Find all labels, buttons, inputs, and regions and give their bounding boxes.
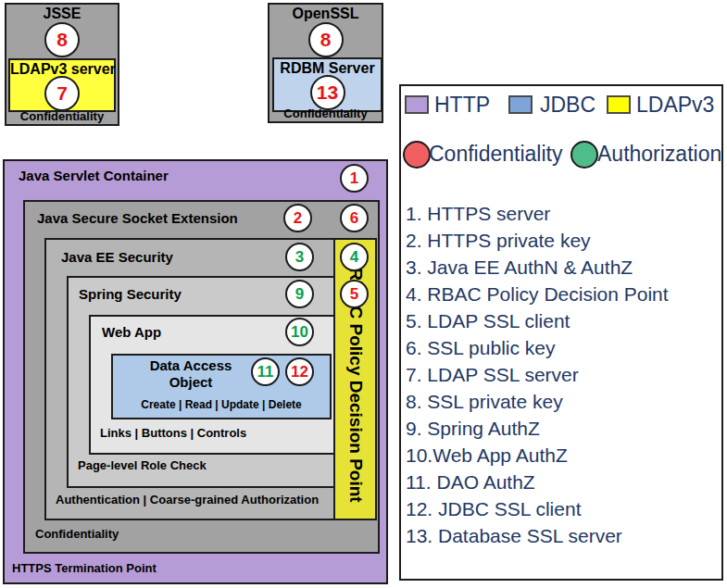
- badge-9: 9: [285, 280, 314, 308]
- badge-3: 3: [285, 243, 314, 271]
- diagram-canvas: { "top_boxes": { "jsse": { "title": "JSS…: [0, 0, 727, 588]
- http-legend-label: HTTP: [434, 92, 490, 118]
- badge-6: 6: [340, 204, 369, 232]
- badge-4: 4: [340, 243, 369, 271]
- spring-security-label: Spring Security: [79, 286, 182, 303]
- key-item-2: 2. HTTPS private key: [406, 227, 669, 254]
- http-swatch: [405, 95, 429, 114]
- jsse-badge-8: 8: [44, 22, 80, 57]
- java-ee-security-label: Java EE Security: [61, 249, 173, 266]
- data-access-object-label: Data Access Object: [122, 357, 259, 391]
- key-item-5: 5. LDAP SSL client: [406, 307, 669, 334]
- spring-security-footer: Page-level Role Check: [78, 458, 207, 473]
- confidentiality-dot: [403, 141, 431, 169]
- badge-2: 2: [283, 204, 312, 232]
- rdbm-badge-13: 13: [310, 75, 345, 110]
- dao-label-line2: Object: [122, 374, 259, 391]
- dao-crud-footer: Create | Read | Update | Delete: [113, 398, 330, 412]
- authorization-legend-label: Authorization: [597, 141, 721, 167]
- key-item-3: 3. Java EE AuthN & AuthZ: [406, 254, 669, 281]
- key-item-9: 9. Spring AuthZ: [406, 415, 669, 442]
- badge-12: 12: [285, 357, 314, 386]
- jsse-top-box: JSSE 8 LDAPv3 server 7 Confidentiality: [5, 3, 119, 126]
- jsse-layer-footer: Confidentiality: [35, 527, 119, 542]
- numbered-key-list: 1. HTTPS server 2. HTTPS private key 3. …: [406, 200, 669, 549]
- badge-11: 11: [251, 357, 280, 386]
- badge-10: 10: [285, 318, 314, 346]
- legend-key-panel: HTTP JDBC LDAPv3 Confidentiality Authori…: [399, 84, 723, 581]
- jsse-top-footer: Confidentiality: [6, 109, 118, 123]
- authorization-dot: [570, 141, 598, 169]
- ldapv3-server-box: LDAPv3 server 7: [8, 58, 116, 112]
- web-app-footer: Links | Buttons | Controls: [100, 426, 246, 441]
- jdbc-legend-label: JDBC: [540, 92, 595, 118]
- jdbc-swatch: [508, 95, 533, 114]
- badge-1: 1: [340, 164, 369, 193]
- key-item-7: 7. LDAP SSL server: [406, 361, 669, 388]
- openssl-badge-8: 8: [308, 22, 344, 57]
- java-ee-security-footer: Authentication | Coarse-grained Authoriz…: [56, 493, 319, 507]
- key-item-12: 12. JDBC SSL client: [406, 495, 669, 522]
- ldapv3-legend-label: LDAPv3: [636, 92, 714, 118]
- key-item-13: 13. Database SSL server: [406, 522, 669, 549]
- java-servlet-container-label: Java Servlet Container: [19, 168, 169, 184]
- jsse-layer-label: Java Secure Socket Extension: [37, 210, 238, 227]
- key-item-8: 8. SSL private key: [406, 388, 669, 415]
- key-item-11: 11. DAO AuthZ: [406, 469, 669, 495]
- web-app-label: Web App: [102, 324, 161, 341]
- badge-5: 5: [340, 280, 369, 308]
- openssl-top-footer: Confidentiality: [269, 106, 382, 120]
- jsse-top-title: JSSE: [6, 6, 118, 22]
- rdbm-server-box: RDBM Server 13: [272, 57, 382, 112]
- ldapv3-badge-7: 7: [44, 76, 80, 111]
- confidentiality-legend-label: Confidentiality: [429, 141, 562, 167]
- key-item-6: 6. SSL public key: [406, 334, 669, 361]
- openssl-top-box: OpenSSL 8 RDBM Server 13 Confidentiality: [268, 3, 383, 123]
- servlet-container-footer: HTTPS Termination Point: [12, 561, 157, 576]
- dao-label-line1: Data Access: [122, 357, 259, 374]
- ldapv3-swatch: [607, 95, 631, 114]
- openssl-top-title: OpenSSL: [269, 6, 382, 22]
- key-item-1: 1. HTTPS server: [406, 200, 669, 227]
- key-item-4: 4. RBAC Policy Decision Point: [406, 281, 669, 307]
- key-item-10: 10.Web App AuthZ: [406, 442, 669, 469]
